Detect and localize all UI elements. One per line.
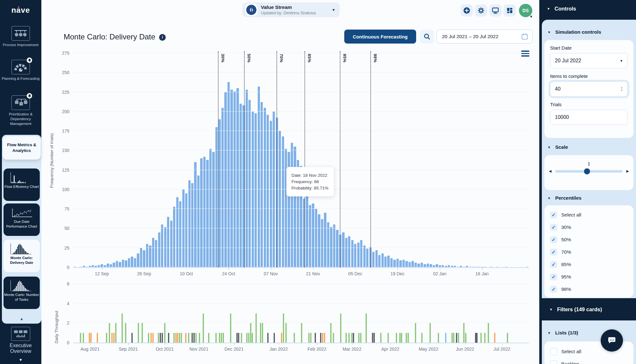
throughput-bar[interactable] [507,333,508,343]
throughput-bar[interactable] [333,333,334,343]
histogram-bar[interactable] [143,250,145,267]
histogram-bar[interactable] [411,261,414,267]
histogram-bar[interactable] [270,121,272,267]
trials-input[interactable]: 10000 [550,110,628,125]
simulation-controls-header[interactable]: ▼Simulation controls [548,29,601,35]
percentile-checkbox-select-all[interactable]: ✓ [550,211,557,218]
percentile-checkbox-98-[interactable]: ✓ [550,286,557,293]
throughput-bar[interactable] [401,333,402,343]
throughput-bar[interactable] [246,333,248,343]
chart-menu-icon[interactable] [521,49,529,58]
throughput-bar[interactable] [115,323,116,343]
throughput-bar[interactable] [320,333,321,343]
throughput-bar[interactable] [111,333,113,343]
throughput-bar[interactable] [255,313,257,343]
user-avatar[interactable]: DS▼ [519,4,532,17]
percentile-checkbox-70-[interactable]: ✓ [550,249,557,256]
throughput-bar[interactable] [360,333,361,343]
throughput-bar[interactable] [281,333,282,343]
throughput-bar[interactable] [97,333,98,343]
throughput-bar[interactable] [476,333,478,343]
collapse-submenu-arrow-icon[interactable]: ▲ [2,316,41,321]
throughput-bar[interactable] [109,323,110,343]
list-checkbox-backlog[interactable] [550,361,557,364]
histogram-bar[interactable] [122,260,124,268]
histogram-bar[interactable] [137,253,139,267]
histogram-bar[interactable] [119,262,121,267]
throughput-bar[interactable] [83,333,84,343]
throughput-bar[interactable] [260,323,261,343]
histogram-bar[interactable] [164,227,166,267]
histogram-bar[interactable] [351,240,353,267]
throughput-bar[interactable] [148,333,149,343]
histogram-bar[interactable] [179,201,181,267]
histogram-bar[interactable] [393,260,395,268]
info-icon[interactable]: i [159,34,166,41]
throughput-bar[interactable] [340,313,341,343]
histogram-bar[interactable] [209,149,212,267]
histogram-bar[interactable] [161,224,163,267]
histogram-bar[interactable] [372,252,374,267]
throughput-bar[interactable] [230,313,231,343]
throughput-bar[interactable] [283,313,284,343]
histogram-bar[interactable] [306,193,308,267]
throughput-bar[interactable] [208,333,209,343]
sidebar-item-executive-overview[interactable]: Executive Overview [0,327,41,354]
histogram-bar[interactable] [200,158,202,267]
histogram-bar[interactable] [348,236,350,267]
histogram-bar[interactable] [128,258,130,267]
throughput-bar[interactable] [175,333,177,343]
percentile-checkbox-50-[interactable]: ✓ [550,236,557,243]
throughput-bar[interactable] [192,333,193,343]
histogram-bar[interactable] [240,104,242,267]
histogram-bar[interactable] [176,197,178,267]
histogram-bar[interactable] [421,263,423,267]
histogram-bar[interactable] [360,240,362,267]
throughput-bar[interactable] [421,333,423,343]
throughput-bar[interactable] [160,333,161,343]
continuous-forecasting-button[interactable]: Continuous Forecasting [344,30,416,44]
throughput-bar[interactable] [488,323,489,343]
settings-button[interactable] [475,4,487,17]
histogram-bar[interactable] [336,230,338,267]
throughput-bar[interactable] [195,333,197,343]
throughput-bar[interactable] [215,333,217,343]
throughput-bar[interactable] [374,333,375,343]
throughput-bar[interactable] [445,333,446,343]
throughput-bar[interactable] [396,333,397,343]
throughput-bar[interactable] [221,333,222,343]
throughput-bar[interactable] [322,333,323,343]
throughput-bar[interactable] [324,333,325,343]
histogram-bar[interactable] [140,248,142,267]
histogram-bar[interactable] [405,261,408,267]
throughput-bar[interactable] [106,333,107,343]
histogram-bar[interactable] [155,240,157,267]
throughput-bar[interactable] [179,333,180,343]
histogram-bar[interactable] [330,227,332,267]
scale-header[interactable]: ▼Scale [548,144,568,150]
histogram-bar[interactable] [396,259,399,267]
throughput-bar[interactable] [310,333,311,343]
throughput-bar[interactable] [250,323,251,343]
histogram-bar[interactable] [327,222,329,267]
dashboard-grid-button[interactable] [504,4,516,17]
throughput-bar[interactable] [89,333,90,343]
throughput-bar[interactable] [380,333,381,343]
histogram-bar[interactable] [378,255,381,267]
histogram-bar[interactable] [215,127,218,267]
histogram-bar[interactable] [318,214,320,267]
percentile-checkbox-30-[interactable]: ✓ [550,224,557,231]
throughput-bar[interactable] [164,323,165,343]
sidebar-item-monte-carlo-number-of-tasks[interactable]: Monte Carlo: Number of Tasks [3,277,40,309]
histogram-bars[interactable] [73,53,529,267]
slider-left-arrow[interactable]: ◀ [549,169,551,173]
throughput-bar[interactable] [158,333,159,343]
sidebar-item-due-date-performance[interactable]: Due Date Performance Chart [3,203,40,236]
histogram-bar[interactable] [224,92,227,267]
histogram-bar[interactable] [149,245,151,267]
histogram-bar[interactable] [173,207,175,267]
throughput-bar[interactable] [173,333,175,343]
throughput-bar[interactable] [236,333,238,343]
histogram-bar[interactable] [366,249,368,267]
histogram-bar[interactable] [261,102,263,267]
